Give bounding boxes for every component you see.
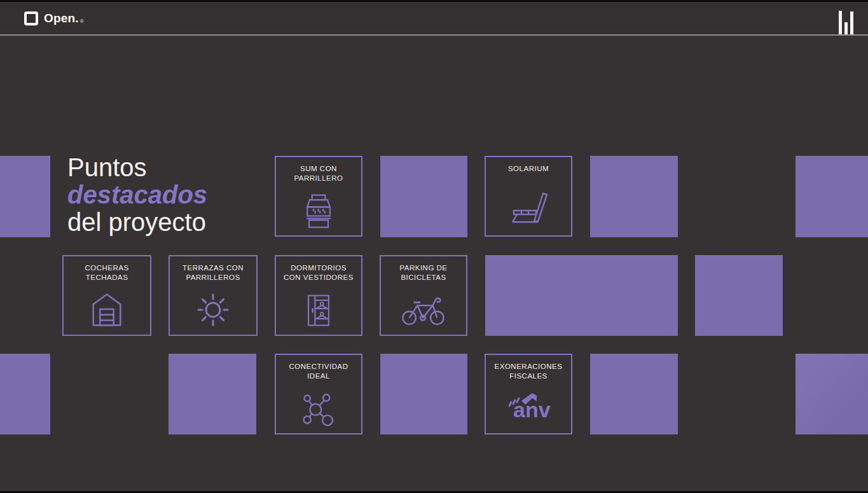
purple-tile xyxy=(380,156,467,237)
card-label: COCHERAS TECHADAS xyxy=(64,263,150,282)
card-sum-parrillero: SUM CON PARRILLERO xyxy=(275,156,362,237)
lounge-chair-icon xyxy=(507,190,549,226)
purple-tile xyxy=(380,354,467,434)
purple-tile xyxy=(590,354,678,434)
card-solarium: SOLARIUM xyxy=(485,156,572,237)
card-terrazas: TERRAZAS CON PARRILLEROS xyxy=(169,255,258,336)
card-label: SOLARIUM xyxy=(486,164,571,174)
grill-icon xyxy=(300,192,338,230)
purple-tile xyxy=(590,156,678,237)
menu-button[interactable] xyxy=(839,10,853,34)
garage-icon xyxy=(87,290,127,330)
page-title-line1: Puntos xyxy=(67,154,207,181)
wardrobe-icon xyxy=(300,291,338,330)
card-label: DORMITORIOS CON VESTIDORES xyxy=(276,263,361,282)
header-bar: Open. ® xyxy=(0,2,868,36)
brand-logo[interactable]: Open. ® xyxy=(24,11,84,25)
purple-tile-wide xyxy=(485,255,678,336)
purple-tile xyxy=(796,354,868,434)
slide: Open. ® Puntos destacados del proyecto S… xyxy=(0,0,868,493)
purple-tile xyxy=(0,354,50,434)
page-title-line2: destacados xyxy=(67,181,207,209)
bicycle-icon xyxy=(401,291,446,327)
menu-bars-icon xyxy=(839,11,842,34)
anv-logo: anv xyxy=(498,389,559,428)
card-label: TERRAZAS CON PARRILLEROS xyxy=(170,263,256,282)
card-dormitorios: DORMITORIOS CON VESTIDORES xyxy=(275,255,362,336)
purple-tile xyxy=(0,156,50,237)
brand-wordmark: Open. xyxy=(44,11,79,25)
card-label: SUM CON PARRILLERO xyxy=(276,164,361,183)
purple-tile xyxy=(169,354,256,434)
card-label: CONECTIVIDAD IDEAL xyxy=(276,362,361,381)
card-parking: PARKING DE BICICLETAS xyxy=(380,255,467,336)
anv-wordmark: anv xyxy=(513,399,551,420)
purple-tile xyxy=(796,156,868,237)
sun-icon xyxy=(193,289,233,330)
menu-bars-icon xyxy=(844,22,848,34)
card-exoneraciones: EXONERACIONES FISCALES anv xyxy=(485,354,572,434)
page-title: Puntos destacados del proyecto xyxy=(67,154,207,236)
card-label: EXONERACIONES FISCALES xyxy=(486,362,571,381)
card-cocheras: COCHERAS TECHADAS xyxy=(62,255,151,336)
purple-tile xyxy=(695,255,783,336)
open-square-icon xyxy=(24,11,38,25)
card-label: PARKING DE BICICLETAS xyxy=(381,263,466,282)
page-title-line3: del proyecto xyxy=(67,209,207,236)
menu-bars-icon xyxy=(850,11,853,34)
registered-mark: ® xyxy=(80,18,84,24)
card-conectividad: CONECTIVIDAD IDEAL xyxy=(275,354,362,434)
network-icon xyxy=(300,390,338,428)
